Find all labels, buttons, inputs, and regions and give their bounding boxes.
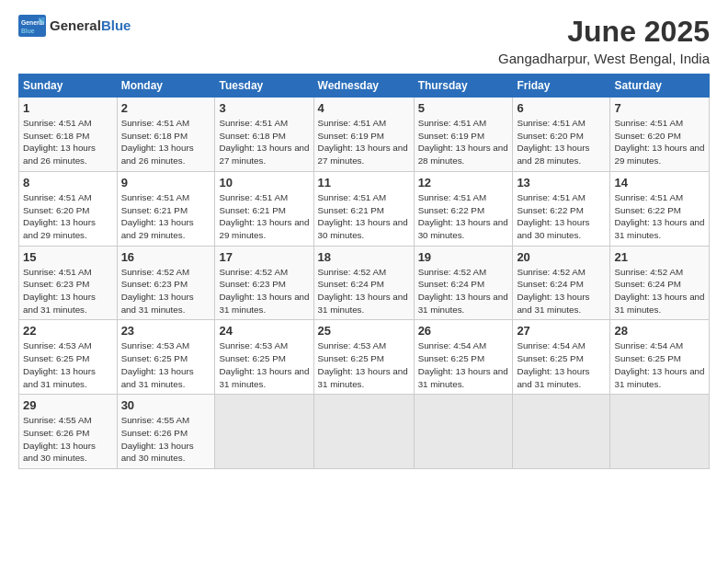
- day-info: Sunrise: 4:51 AM Sunset: 6:21 PM Dayligh…: [219, 191, 309, 242]
- calendar-header-row: SundayMondayTuesdayWednesdayThursdayFrid…: [19, 75, 710, 98]
- day-number: 3: [219, 101, 309, 115]
- header-tuesday: Tuesday: [215, 75, 313, 98]
- day-number: 18: [318, 250, 410, 264]
- day-number: 26: [418, 324, 509, 338]
- calendar-row-5: 29 Sunrise: 4:55 AM Sunset: 6:26 PM Dayl…: [19, 395, 710, 469]
- day-info: Sunrise: 4:54 AM Sunset: 6:25 PM Dayligh…: [418, 339, 509, 390]
- calendar-cell: 4 Sunrise: 4:51 AM Sunset: 6:19 PM Dayli…: [313, 98, 414, 172]
- day-number: 17: [219, 250, 309, 264]
- day-number: 9: [121, 176, 211, 190]
- calendar-row-2: 8 Sunrise: 4:51 AM Sunset: 6:20 PM Dayli…: [19, 171, 710, 246]
- calendar-cell: 17 Sunrise: 4:52 AM Sunset: 6:23 PM Dayl…: [215, 246, 313, 320]
- calendar-cell: 12 Sunrise: 4:51 AM Sunset: 6:22 PM Dayl…: [414, 171, 513, 246]
- day-info: Sunrise: 4:54 AM Sunset: 6:25 PM Dayligh…: [517, 339, 606, 390]
- day-info: Sunrise: 4:52 AM Sunset: 6:23 PM Dayligh…: [219, 266, 309, 316]
- logo: General Blue GeneralBlue: [18, 15, 131, 37]
- logo-blue: Blue: [101, 17, 131, 33]
- header-thursday: Thursday: [414, 75, 513, 98]
- day-number: 29: [23, 398, 113, 412]
- day-info: Sunrise: 4:51 AM Sunset: 6:18 PM Dayligh…: [121, 117, 211, 167]
- day-info: Sunrise: 4:52 AM Sunset: 6:23 PM Dayligh…: [121, 266, 211, 316]
- calendar-cell: [414, 395, 513, 469]
- calendar-cell: 5 Sunrise: 4:51 AM Sunset: 6:19 PM Dayli…: [414, 98, 513, 172]
- day-info: Sunrise: 4:52 AM Sunset: 6:24 PM Dayligh…: [318, 266, 410, 316]
- day-number: 7: [614, 101, 705, 115]
- calendar-cell: 26 Sunrise: 4:54 AM Sunset: 6:25 PM Dayl…: [414, 320, 513, 395]
- day-info: Sunrise: 4:53 AM Sunset: 6:25 PM Dayligh…: [23, 339, 113, 390]
- day-number: 1: [23, 101, 113, 115]
- day-number: 20: [517, 250, 606, 264]
- calendar-cell: 14 Sunrise: 4:51 AM Sunset: 6:22 PM Dayl…: [610, 171, 710, 246]
- calendar-row-4: 22 Sunrise: 4:53 AM Sunset: 6:25 PM Dayl…: [19, 320, 710, 395]
- day-info: Sunrise: 4:51 AM Sunset: 6:20 PM Dayligh…: [614, 117, 705, 167]
- calendar-cell: 22 Sunrise: 4:53 AM Sunset: 6:25 PM Dayl…: [19, 320, 118, 395]
- calendar-cell: 30 Sunrise: 4:55 AM Sunset: 6:26 PM Dayl…: [117, 395, 215, 469]
- calendar-cell: 6 Sunrise: 4:51 AM Sunset: 6:20 PM Dayli…: [513, 98, 610, 172]
- day-number: 24: [219, 324, 309, 338]
- calendar-cell: 25 Sunrise: 4:53 AM Sunset: 6:25 PM Dayl…: [313, 320, 414, 395]
- calendar-cell: 11 Sunrise: 4:51 AM Sunset: 6:21 PM Dayl…: [313, 171, 414, 246]
- day-number: 2: [121, 101, 211, 115]
- day-info: Sunrise: 4:51 AM Sunset: 6:20 PM Dayligh…: [23, 191, 113, 242]
- day-number: 6: [517, 101, 606, 115]
- day-info: Sunrise: 4:55 AM Sunset: 6:26 PM Dayligh…: [23, 414, 113, 465]
- day-number: 16: [121, 250, 211, 264]
- day-info: Sunrise: 4:51 AM Sunset: 6:21 PM Dayligh…: [318, 191, 410, 242]
- calendar-cell: 9 Sunrise: 4:51 AM Sunset: 6:21 PM Dayli…: [117, 171, 215, 246]
- day-number: 21: [614, 250, 705, 264]
- calendar-cell: 29 Sunrise: 4:55 AM Sunset: 6:26 PM Dayl…: [19, 395, 118, 469]
- day-number: 19: [418, 250, 509, 264]
- calendar-cell: 2 Sunrise: 4:51 AM Sunset: 6:18 PM Dayli…: [117, 98, 215, 172]
- day-info: Sunrise: 4:51 AM Sunset: 6:22 PM Dayligh…: [517, 191, 606, 242]
- calendar-cell: 16 Sunrise: 4:52 AM Sunset: 6:23 PM Dayl…: [117, 246, 215, 320]
- day-number: 28: [614, 324, 705, 338]
- calendar-cell: 19 Sunrise: 4:52 AM Sunset: 6:24 PM Dayl…: [414, 246, 513, 320]
- day-info: Sunrise: 4:51 AM Sunset: 6:22 PM Dayligh…: [614, 191, 705, 242]
- day-info: Sunrise: 4:52 AM Sunset: 6:24 PM Dayligh…: [418, 266, 509, 316]
- day-info: Sunrise: 4:51 AM Sunset: 6:23 PM Dayligh…: [23, 266, 113, 316]
- calendar-cell: 7 Sunrise: 4:51 AM Sunset: 6:20 PM Dayli…: [610, 98, 710, 172]
- calendar-cell: 15 Sunrise: 4:51 AM Sunset: 6:23 PM Dayl…: [19, 246, 118, 320]
- calendar-cell: 10 Sunrise: 4:51 AM Sunset: 6:21 PM Dayl…: [215, 171, 313, 246]
- header-saturday: Saturday: [610, 75, 710, 98]
- header-sunday: Sunday: [19, 75, 118, 98]
- calendar-cell: [313, 395, 414, 469]
- day-info: Sunrise: 4:51 AM Sunset: 6:18 PM Dayligh…: [23, 117, 113, 167]
- logo-icon: General Blue: [18, 15, 46, 37]
- calendar-cell: 20 Sunrise: 4:52 AM Sunset: 6:24 PM Dayl…: [513, 246, 610, 320]
- day-info: Sunrise: 4:51 AM Sunset: 6:19 PM Dayligh…: [418, 117, 509, 167]
- calendar-cell: 8 Sunrise: 4:51 AM Sunset: 6:20 PM Dayli…: [19, 171, 118, 246]
- day-number: 12: [418, 176, 509, 190]
- day-number: 30: [121, 398, 211, 412]
- day-info: Sunrise: 4:51 AM Sunset: 6:22 PM Dayligh…: [418, 191, 509, 242]
- svg-text:Blue: Blue: [21, 28, 35, 34]
- day-number: 23: [121, 324, 211, 338]
- header-monday: Monday: [117, 75, 215, 98]
- day-number: 8: [23, 176, 113, 190]
- day-info: Sunrise: 4:55 AM Sunset: 6:26 PM Dayligh…: [121, 414, 211, 465]
- logo-general: General: [50, 17, 101, 33]
- day-info: Sunrise: 4:53 AM Sunset: 6:25 PM Dayligh…: [121, 339, 211, 390]
- calendar-table: SundayMondayTuesdayWednesdayThursdayFrid…: [18, 74, 710, 469]
- day-info: Sunrise: 4:51 AM Sunset: 6:20 PM Dayligh…: [517, 117, 606, 167]
- title-block: June 2025 Gangadharpur, West Bengal, Ind…: [498, 15, 710, 66]
- calendar-cell: 27 Sunrise: 4:54 AM Sunset: 6:25 PM Dayl…: [513, 320, 610, 395]
- day-number: 22: [23, 324, 113, 338]
- day-number: 11: [318, 176, 410, 190]
- calendar-cell: 21 Sunrise: 4:52 AM Sunset: 6:24 PM Dayl…: [610, 246, 710, 320]
- month-title: June 2025: [498, 15, 710, 49]
- calendar-cell: 28 Sunrise: 4:54 AM Sunset: 6:25 PM Dayl…: [610, 320, 710, 395]
- day-info: Sunrise: 4:52 AM Sunset: 6:24 PM Dayligh…: [517, 266, 606, 316]
- calendar-cell: 18 Sunrise: 4:52 AM Sunset: 6:24 PM Dayl…: [313, 246, 414, 320]
- header-friday: Friday: [513, 75, 610, 98]
- calendar-row-3: 15 Sunrise: 4:51 AM Sunset: 6:23 PM Dayl…: [19, 246, 710, 320]
- day-info: Sunrise: 4:54 AM Sunset: 6:25 PM Dayligh…: [614, 339, 705, 390]
- calendar-cell: 13 Sunrise: 4:51 AM Sunset: 6:22 PM Dayl…: [513, 171, 610, 246]
- calendar-cell: 1 Sunrise: 4:51 AM Sunset: 6:18 PM Dayli…: [19, 98, 118, 172]
- calendar-cell: [513, 395, 610, 469]
- header-wednesday: Wednesday: [313, 75, 414, 98]
- day-number: 10: [219, 176, 309, 190]
- day-info: Sunrise: 4:51 AM Sunset: 6:19 PM Dayligh…: [318, 117, 410, 167]
- day-info: Sunrise: 4:51 AM Sunset: 6:21 PM Dayligh…: [121, 191, 211, 242]
- logo-text: GeneralBlue: [50, 18, 131, 34]
